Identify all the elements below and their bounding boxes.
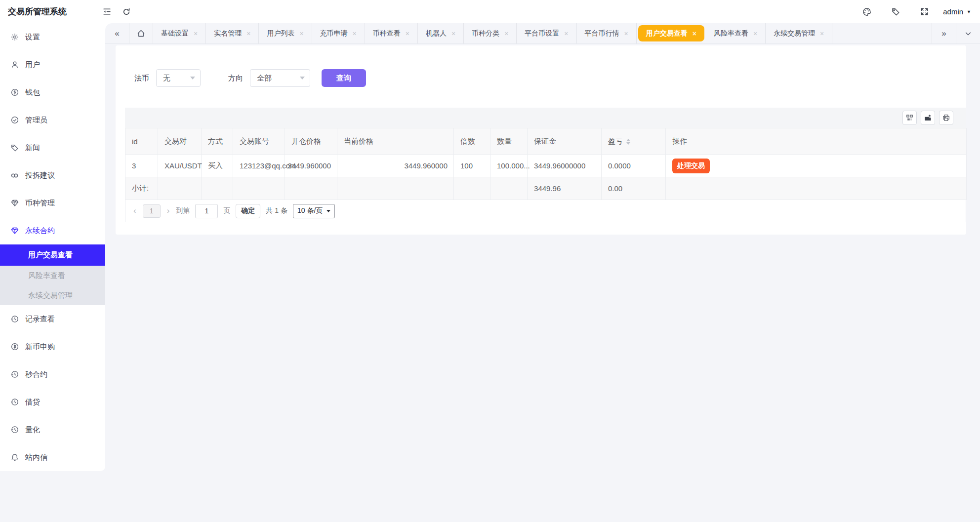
- sidebar-item-second-contract[interactable]: 秒合约: [0, 361, 105, 388]
- tabs-scroll-left-button[interactable]: «: [105, 23, 129, 43]
- close-icon[interactable]: ×: [451, 30, 455, 38]
- close-icon[interactable]: ×: [693, 30, 696, 38]
- user-icon: [10, 61, 19, 69]
- tab-user-trade-view[interactable]: 用户交易查看×: [638, 25, 704, 41]
- user-menu[interactable]: admin ▼: [943, 7, 971, 16]
- sidebar-item-coin-management[interactable]: 币种管理: [0, 189, 105, 217]
- direction-select[interactable]: 全部: [250, 69, 310, 87]
- collapse-menu-icon[interactable]: [97, 0, 117, 23]
- sidebar-item-feedback[interactable]: 投拆建议: [0, 161, 105, 189]
- history-icon: [10, 398, 19, 406]
- confirm-page-button[interactable]: 确定: [236, 204, 260, 218]
- page-number-button[interactable]: 1: [143, 204, 161, 218]
- tab-platform-coin-settings[interactable]: 平台币设置×: [517, 23, 576, 43]
- close-icon[interactable]: ×: [299, 30, 303, 38]
- select-caret-icon: [190, 77, 195, 80]
- submenu-item-risk-rate-view[interactable]: 风险率查看: [0, 266, 105, 285]
- close-icon[interactable]: ×: [194, 30, 198, 38]
- app-title: 交易所管理系统: [8, 6, 97, 17]
- page-size-select[interactable]: 10 条/页: [293, 204, 335, 218]
- close-icon[interactable]: ×: [406, 30, 409, 38]
- tab-label: 币种分类: [472, 29, 499, 38]
- gear-icon: [10, 33, 19, 41]
- gem-icon: [10, 199, 19, 207]
- tab-deposit-request[interactable]: 充币申请×: [312, 23, 365, 43]
- close-icon[interactable]: ×: [246, 30, 250, 38]
- sidebar-item-record-view[interactable]: 记录查看: [0, 305, 105, 333]
- close-icon[interactable]: ×: [820, 30, 824, 38]
- fullscreen-icon[interactable]: [914, 0, 934, 23]
- tab-bar: « 基础设置× 实名管理× 用户列表× 充币申请× 币种查看× 机器人× 币种分…: [105, 23, 980, 44]
- sidebar-item-news[interactable]: 新闻: [0, 134, 105, 161]
- tab-label: 充币申请: [320, 29, 348, 38]
- submenu-item-perpetual-trade-management[interactable]: 永续交易管理: [0, 285, 105, 305]
- tab-label: 平台币行情: [585, 29, 619, 38]
- close-icon[interactable]: ×: [504, 30, 508, 38]
- chevron-down-icon: ▼: [967, 9, 971, 14]
- sidebar-item-label: 币种管理: [25, 199, 55, 208]
- tab-perpetual-trade-management[interactable]: 永续交易管理×: [766, 23, 832, 43]
- submenu-item-label: 用户交易查看: [28, 250, 73, 260]
- tab-user-list[interactable]: 用户列表×: [259, 23, 312, 43]
- close-icon[interactable]: ×: [564, 30, 568, 38]
- cell-leverage: 100: [454, 155, 490, 177]
- submenu-item-user-trade-view[interactable]: 用户交易查看: [0, 244, 105, 266]
- trades-table: id 交易对 方式 交易账号 开仓价格 当前价格 倍数 数量 保证金 盈亏 操作: [125, 128, 967, 200]
- sidebar-item-wallet[interactable]: 钱包: [0, 79, 105, 106]
- tab-base-settings[interactable]: 基础设置×: [153, 23, 206, 43]
- sidebar-item-users[interactable]: 用户: [0, 51, 105, 79]
- col-header-margin: 保证金: [528, 128, 602, 155]
- sidebar-item-lending[interactable]: 借贷: [0, 388, 105, 416]
- close-icon[interactable]: ×: [753, 30, 757, 38]
- tag-icon[interactable]: [886, 0, 905, 23]
- tab-robot[interactable]: 机器人×: [418, 23, 464, 43]
- goto-page-label: 到第: [176, 206, 190, 215]
- col-header-amount: 数量: [490, 128, 528, 155]
- double-chevron-left-icon: «: [115, 29, 119, 39]
- tab-platform-coin-market[interactable]: 平台币行情×: [577, 23, 637, 43]
- next-page-icon[interactable]: ›: [166, 206, 171, 216]
- fiat-select[interactable]: 无: [156, 69, 201, 87]
- pagination-bar: ‹ 1 › 到第 页 确定 共 1 条 10 条/页: [125, 200, 966, 222]
- submenu-item-label: 风险率查看: [28, 271, 65, 281]
- tabs-scroll: 基础设置× 实名管理× 用户列表× 充币申请× 币种查看× 机器人× 币种分类×…: [153, 23, 932, 43]
- sidebar-item-admins[interactable]: 管理员: [0, 106, 105, 134]
- tab-actions-dropdown-button[interactable]: [956, 23, 980, 43]
- select-caret-icon: [300, 77, 305, 80]
- column-display-button[interactable]: [902, 111, 917, 125]
- close-icon[interactable]: ×: [624, 30, 628, 38]
- cell-id: 3: [125, 155, 158, 177]
- submenu-item-label: 永续交易管理: [28, 291, 73, 300]
- goto-page-input[interactable]: [195, 204, 218, 218]
- sidebar-item-quant[interactable]: 量化: [0, 416, 105, 443]
- sidebar-item-perpetual-contract[interactable]: 永续合约: [0, 217, 105, 244]
- print-button[interactable]: [939, 111, 953, 125]
- handle-trade-button[interactable]: 处理交易: [672, 159, 710, 173]
- sidebar-item-label: 新闻: [25, 143, 40, 153]
- refresh-icon[interactable]: [117, 0, 136, 23]
- sidebar-item-site-message[interactable]: 站内信: [0, 443, 105, 471]
- sort-icon[interactable]: [626, 139, 630, 145]
- user-name: admin: [943, 7, 963, 16]
- sidebar-item-new-coin-subscribe[interactable]: 新币申购: [0, 333, 105, 361]
- cell-amount: 100.000...: [490, 155, 528, 177]
- gem-icon: [10, 227, 19, 235]
- sidebar-item-settings[interactable]: 设置: [0, 23, 105, 51]
- tab-label: 永续交易管理: [774, 29, 815, 38]
- theme-palette-icon[interactable]: [857, 0, 877, 23]
- tab-realname-management[interactable]: 实名管理×: [206, 23, 259, 43]
- top-header: 交易所管理系统 admin ▼: [0, 0, 980, 23]
- cell-open-price: 3449.960000: [285, 155, 337, 177]
- home-tab-button[interactable]: [129, 23, 153, 43]
- bell-icon: [10, 453, 19, 462]
- close-icon[interactable]: ×: [353, 30, 357, 38]
- tab-coin-view[interactable]: 币种查看×: [365, 23, 418, 43]
- prev-page-icon[interactable]: ‹: [132, 206, 137, 216]
- tab-coin-category[interactable]: 币种分类×: [464, 23, 517, 43]
- tab-risk-rate-view[interactable]: 风险率查看×: [706, 23, 766, 43]
- col-header-leverage: 倍数: [454, 128, 490, 155]
- query-button[interactable]: 查询: [322, 69, 366, 87]
- export-button[interactable]: [921, 111, 935, 125]
- double-chevron-right-icon: »: [941, 29, 946, 39]
- tabs-scroll-right-button[interactable]: »: [932, 23, 956, 43]
